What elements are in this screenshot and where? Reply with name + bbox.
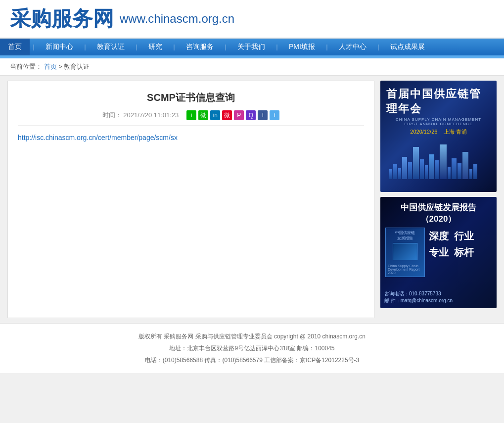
cert-link[interactable]: http://isc.chinascm.org.cn/cert/member/p… xyxy=(18,134,178,141)
footer-copyright: 版权所有 采购服务网 采购与供应链管理专业委员会 copyright @ 201… xyxy=(10,330,494,342)
breadcrumb: 当前位置： 首页 > 教育认证 xyxy=(0,58,504,76)
breadcrumb-current-page: 教育认证 xyxy=(64,63,90,70)
banner2-title: 中国供应链发展报告（2020） xyxy=(385,202,492,225)
article-title: SCMP证书信息查询 xyxy=(18,91,364,104)
article-link: http://isc.chinascm.org.cn/cert/member/p… xyxy=(18,134,364,141)
banner1-title: 首届中国供应链管理年会 xyxy=(386,87,491,116)
book-cover-title: 中国供应链发展报告 xyxy=(395,230,415,241)
breadcrumb-separator: > xyxy=(58,63,64,70)
breadcrumb-home[interactable]: 首页 xyxy=(44,63,57,70)
share-icon-pinterest[interactable]: P xyxy=(234,110,244,120)
footer-address: 地址：北京丰台区双营路9号亿达丽泽中心318室 邮编：100045 xyxy=(10,342,494,354)
nav-item-pilot[interactable]: 试点成果展 xyxy=(382,39,433,55)
article-time: 时间： 2021/7/20 11:01:23 xyxy=(102,111,179,120)
nav-item-news[interactable]: 新闻中心 xyxy=(38,39,81,55)
nav-item-about[interactable]: 关于我们 xyxy=(229,39,273,55)
share-icon-qq[interactable]: Q xyxy=(246,110,256,120)
article-divider xyxy=(18,125,364,126)
nav-item-research[interactable]: 研究 xyxy=(140,39,170,55)
sidebar: 首届中国供应链管理年会 CHINA SUPPLY CHAIN MANAGEMEN… xyxy=(380,81,497,318)
share-icons: + 微 in 微 P Q f t xyxy=(186,110,279,120)
sidebar-banner-annual-conference[interactable]: 首届中国供应链管理年会 CHINA SUPPLY CHAIN MANAGEMEN… xyxy=(380,81,497,192)
nav-item-talent[interactable]: 人才中心 xyxy=(331,39,374,55)
skyline-illustration xyxy=(389,140,488,179)
share-icon-facebook[interactable]: f xyxy=(258,110,268,120)
header: 采购服务网 www.chinascm.org.cn xyxy=(0,0,504,39)
banner1-date: 2020/12/26 上海·青浦 xyxy=(410,128,466,136)
book-year: China Supply ChainDevelopment Report 202… xyxy=(388,264,422,275)
tag-depth: 深度 行业 xyxy=(429,230,474,243)
share-icon-add[interactable]: + xyxy=(186,110,196,120)
share-icon-sina[interactable]: 微 xyxy=(222,110,232,120)
share-icon-twitter[interactable]: t xyxy=(270,110,279,120)
nav-item-home[interactable]: 首页 xyxy=(0,39,30,55)
footer-contact: 电话：(010)58566588 传真：(010)58566579 工信部备案：… xyxy=(10,354,494,366)
banner2-contact: 咨询电话：010-83775733 邮 件：matq@chinascm.org.… xyxy=(384,290,493,304)
logo-url: www.chinascm.org.cn xyxy=(120,12,234,26)
main-nav: 首页 ｜ 新闻中心 ｜ 教育认证 ｜ 研究 ｜ 咨询服务 ｜ 关于我们 ｜ PM… xyxy=(0,39,504,55)
footer: 版权所有 采购服务网 采购与供应链管理专业委员会 copyright @ 201… xyxy=(0,323,504,373)
banner2-tags: 深度 行业 专业 标杆 xyxy=(429,228,474,259)
time-label: 时间： xyxy=(102,111,122,119)
nav-item-education[interactable]: 教育认证 xyxy=(89,39,133,55)
banner2-content: 中国供应链发展报告 China Supply ChainDevelopment … xyxy=(385,228,492,277)
book-cover-image xyxy=(393,243,417,260)
share-icon-wechat[interactable]: 微 xyxy=(198,110,208,120)
contact-phone: 咨询电话：010-83775733 xyxy=(384,290,493,297)
tag-pro: 专业 标杆 xyxy=(429,246,474,259)
article-panel: SCMP证书信息查询 时间： 2021/7/20 11:01:23 + 微 in… xyxy=(7,81,374,318)
share-icon-linkedin[interactable]: in xyxy=(210,110,220,120)
breadcrumb-current-label: 当前位置： xyxy=(10,63,42,70)
logo-chinese: 采购服务网 xyxy=(10,5,114,33)
sidebar-banner-report[interactable]: 中国供应链发展报告（2020） 中国供应链发展报告 China Supply C… xyxy=(380,197,497,308)
banner1-subtitle: CHINA SUPPLY CHAIN MANAGEMENT FIRST ANNU… xyxy=(396,117,481,126)
contact-email: 邮 件：matq@chinascm.org.cn xyxy=(384,297,493,304)
article-meta: 时间： 2021/7/20 11:01:23 + 微 in 微 P Q f t xyxy=(18,110,364,120)
time-value: 2021/7/20 11:01:23 xyxy=(123,111,179,119)
book-cover: 中国供应链发展报告 China Supply ChainDevelopment … xyxy=(385,228,425,277)
nav-item-consulting[interactable]: 咨询服务 xyxy=(178,39,222,55)
nav-item-pmi[interactable]: PMI填报 xyxy=(281,39,323,55)
main-content: SCMP证书信息查询 时间： 2021/7/20 11:01:23 + 微 in… xyxy=(0,76,504,323)
